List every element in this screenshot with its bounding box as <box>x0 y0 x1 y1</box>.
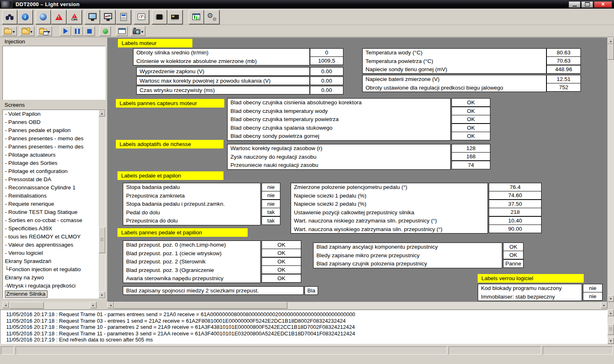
chip-button[interactable] <box>152 10 167 24</box>
scroll-left-icon[interactable] <box>2 302 9 308</box>
camera-button[interactable] <box>131 26 145 36</box>
scroll-thumb[interactable] <box>607 324 614 335</box>
sidebar-item[interactable]: - Pilotage actuateurs <box>3 151 99 159</box>
scroll-down-icon[interactable] <box>607 337 614 344</box>
field-label: Napiecie sciezki 2 pedalu (%) <box>291 200 488 209</box>
sidebar-item[interactable]: └Fonction injection et regulatio <box>3 265 99 274</box>
log-vscrollbar[interactable] <box>607 310 614 344</box>
sidebar-hscrollbar[interactable] <box>2 302 97 309</box>
sidebar-item[interactable]: - Routine TEST Diag Statique <box>3 208 99 216</box>
sidebar-item[interactable]: - Sorties en co-ccbat - ccmasse <box>3 216 99 225</box>
minimize-button[interactable] <box>569 1 580 8</box>
section-label-pedale: Labels pedale et papilon <box>117 171 223 180</box>
sidebar-item[interactable]: - Requete renerique <box>3 200 99 208</box>
monitor-graph-button[interactable] <box>100 10 115 24</box>
status-value: OK <box>451 115 490 124</box>
scroll-left-icon[interactable] <box>107 302 114 308</box>
sidebar-item[interactable]: -Wtrysk i regulacja prędkości <box>3 282 99 290</box>
dropdown-caret-icon <box>140 27 143 35</box>
scroll-right-icon[interactable] <box>601 302 607 308</box>
sidebar-item[interactable]: - Reconnaissance Cylindre 1 <box>3 184 99 192</box>
sidebar-item[interactable]: - Pannes presentes - memo des <box>3 143 99 151</box>
injection-listbox[interactable] <box>2 46 106 100</box>
scroll-thumb[interactable] <box>99 227 105 253</box>
main-hscrollbar[interactable] <box>107 302 607 309</box>
field-label: Ustawienie pozycji calkowitej przepustni… <box>291 209 488 217</box>
calculator-button[interactable] <box>116 10 131 24</box>
folder-window-button[interactable] <box>37 26 52 36</box>
scroll-thumb[interactable] <box>114 302 287 309</box>
moteur-single-label: Wartosc max korekty powolnej z powodu st… <box>136 76 310 85</box>
sidebar-item[interactable]: - Volet Papilon <box>3 110 99 118</box>
sidebar-scrollbar[interactable] <box>99 110 105 298</box>
sidebar-item[interactable]: Ekrany na żywo <box>3 274 99 282</box>
memory-chip-button[interactable] <box>167 10 183 24</box>
sidebar-item[interactable]: - Pannes pedale et papilon <box>3 126 99 135</box>
scroll-thumb[interactable] <box>9 302 44 309</box>
field-label: Ciśnienie w kolektorze absolutne zmierzo… <box>133 57 309 65</box>
scroll-up-icon[interactable] <box>99 110 105 117</box>
window-button[interactable] <box>116 26 128 36</box>
play-button[interactable] <box>60 26 71 36</box>
window-controls <box>569 1 612 8</box>
sidebar-item[interactable]: Ekrany Sprawdzań <box>3 257 99 265</box>
scroll-down-icon[interactable] <box>607 295 614 302</box>
sidebar-item-selected[interactable]: Zmienne Silnika <box>3 290 99 298</box>
scroll-up-icon[interactable] <box>607 38 614 44</box>
dropdown-caret-icon <box>12 27 15 35</box>
field-label: Blad przepust. poz. 3 (Ograniczenie <box>123 266 260 275</box>
record-button[interactable] <box>99 26 111 36</box>
sidebar-item[interactable]: - Pannes presentes - memo des <box>3 135 99 143</box>
sidebar-item[interactable]: - Pannes OBD <box>3 118 99 126</box>
spojnosci-label: Blad zapisany spojnosci miedzy 2 sciezka… <box>123 286 304 295</box>
verrou-labels: Kod blokady programu nauczony Immobilais… <box>478 284 582 301</box>
sidebar-item[interactable]: - Valeur des apprentissages <box>3 241 99 249</box>
gears-button[interactable] <box>204 10 219 24</box>
pause-button[interactable] <box>72 26 83 36</box>
can-alert-button[interactable]: CAN <box>67 10 82 24</box>
scroll-thumb[interactable] <box>607 44 614 60</box>
monitor-button[interactable] <box>85 10 100 24</box>
sidebar-item[interactable]: - Pressostat de DA <box>3 175 99 184</box>
field-value: 0 <box>310 48 343 57</box>
flag-value: nie <box>262 200 280 208</box>
chart-window-icon <box>192 13 200 20</box>
sidebar-item[interactable]: - Verrou logiciel <box>3 249 99 257</box>
chart-window-button[interactable] <box>189 10 204 24</box>
open-button[interactable] <box>2 26 17 36</box>
meter-button[interactable] <box>134 10 149 24</box>
scroll-down-icon[interactable] <box>99 292 105 298</box>
sidebar-item[interactable]: - tous les REGMOY et CLMOY <box>3 233 99 241</box>
sidebar-item[interactable]: - Pilotage des Sorties <box>3 159 99 167</box>
field-label: Blad zapisany spojnosci miedzy 2 sciezka… <box>123 287 303 295</box>
alert-button[interactable] <box>51 10 66 24</box>
scroll-right-icon[interactable] <box>90 302 97 308</box>
stop-button[interactable] <box>84 26 95 36</box>
main-vscrollbar[interactable] <box>607 38 614 302</box>
field-label: Blad obecny sondy powietrza gornej <box>228 132 450 141</box>
search-button[interactable] <box>2 10 17 24</box>
scroll-up-icon[interactable] <box>607 310 614 316</box>
close-button[interactable] <box>594 1 612 8</box>
moteur-group2-labels: Temperatura wody (°C) Temperatura powiet… <box>362 48 546 74</box>
adoptatifs-labels: Wartosc korekty regulacji zasobow (r) Zy… <box>227 144 451 170</box>
sidebar-item[interactable]: - Pilotage et configuration <box>3 167 99 175</box>
new-folder-button[interactable] <box>20 26 34 36</box>
field-label: Przepustnica zamknieta <box>123 192 260 200</box>
field-label: Napiecie sondy tlenu gornej (mV) <box>363 65 546 74</box>
screens-list: - Volet Papilon - Pannes OBD - Pannes pe… <box>3 110 99 298</box>
maximize-button[interactable] <box>581 1 593 8</box>
field-label: Blad przepust. poz. 0 (mech.Limp-home) <box>123 241 260 249</box>
field-value: 168 <box>451 152 490 161</box>
network-button[interactable] <box>36 10 51 24</box>
field-label: Temperatura wody (°C) <box>363 49 546 57</box>
info-button[interactable] <box>18 10 33 24</box>
sidebar-item[interactable]: - Reinitialisations <box>3 192 99 200</box>
status-value: OK <box>262 257 301 266</box>
binoculars-search-icon <box>5 13 14 20</box>
field-value: 752 <box>546 83 581 92</box>
section-label-verrou: Labels verrou logiciel <box>478 274 584 283</box>
sidebar-item[interactable]: - Specificities A39X <box>3 225 99 233</box>
folder-window-icon <box>39 29 47 34</box>
field-label: Czas wtrysku rzeczywisty (ms) <box>137 86 309 94</box>
